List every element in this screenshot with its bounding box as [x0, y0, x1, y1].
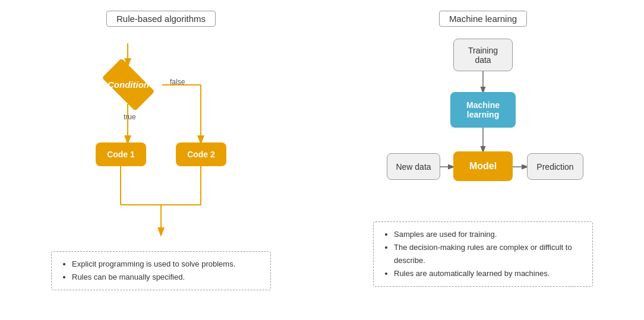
left-title: Rule-based algorithms — [106, 11, 216, 27]
right-panel: Machine learning Trainingdata Machinelea… — [322, 0, 644, 320]
flowchart-area: Condition false true Code 1 Code 2 — [60, 33, 262, 246]
training-data-box: Trainingdata — [453, 39, 513, 71]
condition-label: Condition — [96, 65, 161, 104]
left-panel: Rule-based algorithms — [0, 0, 322, 320]
ml-learning-box: Machinelearning — [450, 92, 516, 128]
right-info-box: Samples are used for training. The decis… — [373, 221, 593, 287]
right-title: Machine learning — [439, 11, 527, 27]
flowchart-svg — [60, 33, 262, 246]
new-data-box: New data — [387, 153, 440, 180]
false-label: false — [170, 78, 185, 86]
true-label: true — [124, 113, 136, 121]
left-bullet-1: Explicit programming is used to solve pr… — [72, 258, 261, 271]
code2-box: Code 2 — [176, 142, 226, 166]
prediction-box: Prediction — [527, 153, 583, 180]
model-box: Model — [453, 151, 513, 181]
right-bullet-1: Samples are used for training. — [394, 228, 583, 241]
training-data-label: Trainingdata — [468, 46, 498, 65]
left-bullet-2: Rules can be manually specified. — [72, 271, 261, 284]
ml-learning-label: Machinelearning — [466, 100, 500, 119]
left-bullet-list: Explicit programming is used to solve pr… — [61, 258, 261, 284]
right-bullet-3: Rules are automatically learned by machi… — [394, 267, 583, 280]
right-bullet-2: The decision-making rules are complex or… — [394, 241, 583, 267]
left-info-box: Explicit programming is used to solve pr… — [51, 251, 271, 290]
right-bullet-list: Samples are used for training. The decis… — [383, 228, 583, 280]
code1-box: Code 1 — [96, 142, 146, 166]
ml-diagram: Trainingdata Machinelearning Model New d… — [370, 33, 596, 217]
condition-diamond: Condition — [96, 65, 161, 104]
